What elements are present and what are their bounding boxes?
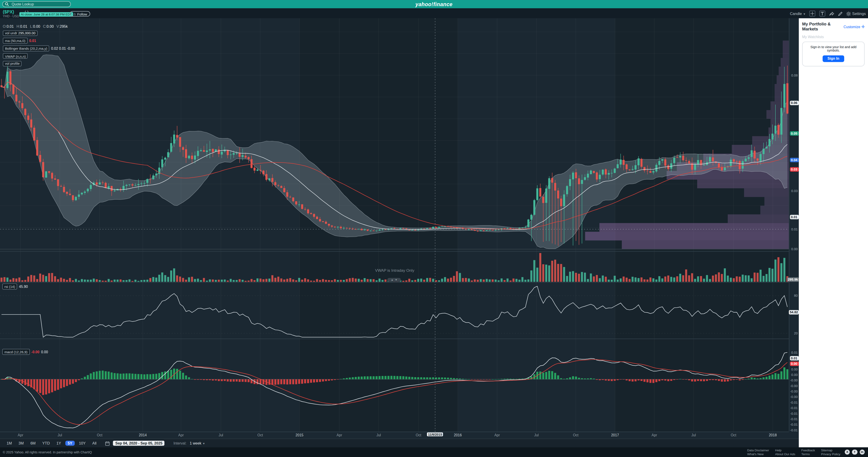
- range-button-all[interactable]: All: [90, 440, 99, 446]
- ticker-symbol: ($PX): [3, 9, 14, 14]
- ohlc-readout: O:0.01H:0.01L:0.00C:0.00V:295k: [3, 24, 75, 28]
- bollinger-chip[interactable]: Bollinger Bands (20,2,ma,y): [3, 45, 50, 51]
- pencil-icon: [838, 11, 843, 16]
- footer-social: X f in: [845, 449, 865, 455]
- price-badge: 0.05: [790, 131, 799, 136]
- annotation-tool-button[interactable]: [819, 10, 826, 17]
- range-button-ytd[interactable]: YTD: [40, 440, 52, 446]
- ohlc-value: 295k: [60, 24, 68, 28]
- footer-link[interactable]: What's New: [747, 453, 769, 456]
- crosshair-tool-button[interactable]: [810, 10, 816, 17]
- time-tick: Oct: [97, 433, 102, 437]
- quote-lookup-search[interactable]: [2, 1, 71, 7]
- candlestick-chart[interactable]: [0, 18, 789, 438]
- facebook-icon[interactable]: f: [852, 449, 857, 455]
- linkedin-icon[interactable]: in: [859, 449, 865, 455]
- price-tick: 0.03: [791, 189, 798, 193]
- main-chart-region[interactable]: O:0.01H:0.01L:0.00C:0.00V:295k vol undr2…: [0, 18, 799, 438]
- footer-link[interactable]: Data Disclaimer: [747, 448, 769, 452]
- search-input[interactable]: [10, 2, 68, 7]
- draw-tool-button[interactable]: [838, 11, 843, 16]
- yahoo-finance-chart-page: yahoo!finance ($PX) - - (-) YHD - USD At…: [0, 0, 868, 457]
- footer-link[interactable]: Help: [775, 448, 795, 452]
- vol-profile-chip[interactable]: vol profile: [3, 61, 22, 66]
- crosshair-icon: [811, 11, 814, 16]
- macd-tick: -0.00: [790, 384, 798, 388]
- share-chart-button[interactable]: [829, 11, 834, 16]
- copyright: © 2025 Yahoo. All rights reserved.: [3, 450, 52, 454]
- range-button-5y[interactable]: 5Y: [66, 440, 75, 446]
- indicator-legend: O:0.01H:0.01L:0.00C:0.00V:295k vol undr2…: [3, 24, 75, 68]
- ma-indicator-chip[interactable]: ma (50,ma,0): [3, 38, 28, 44]
- time-tick: Apr: [178, 433, 184, 437]
- ohlc-value: 0.01: [20, 24, 27, 28]
- macd-value-2: 0.00: [41, 350, 48, 354]
- rsi-value: 45.90: [19, 284, 28, 288]
- price-badge: 0.06: [790, 101, 799, 105]
- date-range-picker[interactable]: Sep 04, 2020 - Sep 05, 2025: [113, 440, 164, 446]
- macd-tick: 0.00: [791, 373, 798, 377]
- macd-tick: 0.01: [791, 351, 798, 355]
- price-tick: 0.08: [791, 73, 798, 77]
- gear-icon: [847, 11, 851, 16]
- ohlc-label: L:: [30, 24, 33, 28]
- time-tick: Apr: [18, 433, 23, 437]
- rsi-badge: 54.82: [789, 310, 798, 315]
- interval-label: Interval:: [174, 441, 186, 445]
- settings-button[interactable]: Settings: [847, 11, 866, 16]
- vwap-chip[interactable]: VWAP (n,n,n): [3, 53, 28, 59]
- rsi-tick: 80: [794, 294, 798, 298]
- time-tick: Jul: [691, 433, 696, 437]
- footer-link[interactable]: Sitemap: [821, 448, 840, 452]
- macd-tick: 0.00: [791, 367, 798, 371]
- rsi-chip[interactable]: rsi (14): [2, 283, 17, 290]
- time-tick: Jul: [534, 433, 539, 437]
- chart-type-dropdown[interactable]: Candle▼: [790, 11, 806, 16]
- interval-dropdown[interactable]: 1 week▼: [190, 441, 205, 445]
- macd-tick: -0.00: [790, 390, 798, 393]
- footer-link[interactable]: Feedback: [801, 448, 815, 452]
- range-button-10y[interactable]: 10Y: [77, 440, 88, 446]
- vwap-intraday-note: VWAP is Intraday Only: [359, 269, 431, 272]
- sidebar-title: My Portfolio & Markets: [802, 22, 843, 32]
- range-button-1m[interactable]: 1M: [4, 440, 14, 446]
- ticker-bar: ($PX) - - (-) YHD - USD At close: June 2…: [0, 8, 868, 19]
- range-button-1y[interactable]: 1Y: [54, 440, 63, 446]
- customize-link[interactable]: Customize: [843, 25, 865, 29]
- time-axis: AprJulOct2014AprJulOct2015AprJulOct2016A…: [0, 431, 799, 438]
- ohlc-label: H:: [17, 24, 20, 28]
- signin-text: Sign-in to view your list and add symbol…: [805, 45, 861, 52]
- macd-chip[interactable]: macd (12,26,9): [2, 349, 30, 355]
- at-close-timestamp: At close: June 28 at 6:07:38 PM EDT: [19, 12, 73, 17]
- time-tick: Apr: [652, 433, 657, 437]
- time-tick: Jul: [219, 433, 223, 437]
- x-social-icon[interactable]: X: [845, 449, 850, 455]
- footer-link[interactable]: About Our Ads: [775, 453, 795, 456]
- range-button-6m[interactable]: 6M: [28, 440, 38, 446]
- volume-badge: 295.9k: [787, 277, 799, 282]
- range-button-3m[interactable]: 3M: [17, 440, 26, 446]
- footer-link[interactable]: Privacy Policy: [821, 453, 840, 456]
- page-footer: © 2025 Yahoo. All rights reserved. In pa…: [0, 448, 868, 457]
- macd-tick: -0.01: [790, 400, 798, 404]
- signin-button[interactable]: Sign In: [823, 55, 844, 62]
- rsi-tick: 20: [794, 331, 798, 335]
- time-tick: Apr: [494, 433, 500, 437]
- macd-badge: 0.01: [790, 356, 799, 361]
- macd-tick: -0.00: [790, 378, 798, 382]
- ticker-exchange: YHD - USD: [3, 14, 19, 18]
- macd-tick: -0.01: [790, 423, 798, 427]
- volume-underlay-chip[interactable]: vol undr295,000.00: [3, 30, 38, 36]
- ohlc-value: 0.00: [46, 24, 54, 28]
- footer-link[interactable]: Terms: [801, 453, 815, 456]
- price-badge: 0.03: [790, 167, 799, 172]
- time-tick: Oct: [731, 433, 736, 437]
- yahoo-finance-logo[interactable]: yahoo!finance: [415, 1, 453, 7]
- time-tick: Oct: [257, 433, 263, 437]
- time-tick: Oct: [573, 433, 578, 437]
- range-toolbar: 1M3M6MYTD1Y5Y10YAll Sep 04, 2020 - Sep 0…: [0, 438, 799, 448]
- crosshair-date-badge: 11/6/2015: [427, 432, 443, 436]
- price-badge: 0.04: [790, 158, 799, 162]
- pane-resize-handle[interactable]: ▲▼: [388, 278, 401, 282]
- follow-button[interactable]: ☆ Follow: [70, 11, 90, 17]
